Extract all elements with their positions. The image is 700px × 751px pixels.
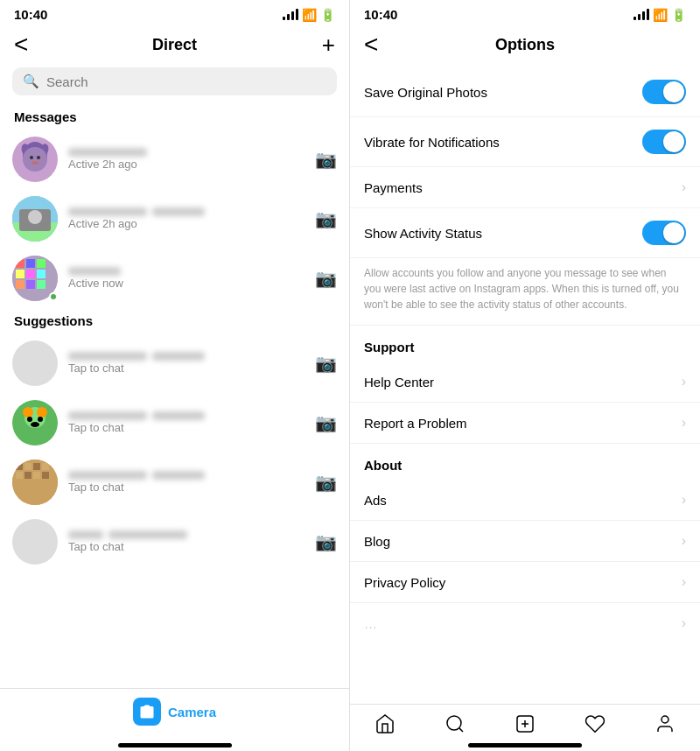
home-indicator-right bbox=[468, 743, 582, 747]
message-name bbox=[68, 411, 304, 420]
nav-likes[interactable] bbox=[584, 713, 606, 734]
avatar-wrap bbox=[12, 137, 58, 182]
camera-icon[interactable]: 📷 bbox=[315, 472, 337, 493]
svg-rect-16 bbox=[26, 270, 35, 278]
blurred-name bbox=[68, 530, 103, 539]
wifi-icon-right: 📶 bbox=[653, 8, 668, 22]
message-item[interactable]: Active now 📷 bbox=[0, 249, 349, 308]
add-nav-icon bbox=[514, 713, 536, 734]
option-blog[interactable]: Blog › bbox=[350, 521, 700, 562]
status-bar-left: 10:40 📶 🔋 bbox=[0, 0, 349, 25]
top-nav-left: < Direct + bbox=[0, 25, 349, 67]
options-list: Save Original Photos Vibrate for Notific… bbox=[350, 67, 700, 704]
suggestion-status: Tap to chat bbox=[68, 540, 304, 553]
nav-search[interactable] bbox=[444, 713, 466, 734]
chevron-right-icon: › bbox=[682, 374, 686, 390]
message-item[interactable]: Active 2h ago 📷 bbox=[0, 130, 349, 189]
svg-rect-17 bbox=[37, 270, 46, 278]
avatar bbox=[12, 519, 58, 565]
suggestion-item[interactable]: Tap to chat 📷 bbox=[0, 333, 349, 393]
blurred-name bbox=[68, 411, 147, 420]
camera-icon[interactable]: 📷 bbox=[315, 208, 337, 229]
svg-point-23 bbox=[23, 407, 33, 418]
right-panel: 10:40 📶 🔋 < Options Save Original Photos… bbox=[350, 0, 700, 751]
options-title: Options bbox=[495, 36, 555, 54]
option-label: Payments bbox=[364, 180, 423, 195]
camera-button[interactable]: Camera bbox=[133, 698, 216, 726]
option-report-problem[interactable]: Report a Problem › bbox=[350, 403, 700, 444]
avatar bbox=[12, 400, 58, 446]
camera-icon[interactable]: 📷 bbox=[315, 353, 337, 374]
add-button[interactable]: + bbox=[322, 32, 335, 59]
svg-rect-31 bbox=[33, 463, 40, 470]
time-left: 10:40 bbox=[14, 7, 47, 22]
bottom-nav bbox=[350, 704, 700, 738]
blurred-name-extra bbox=[152, 207, 205, 216]
message-info: Active 2h ago bbox=[68, 207, 304, 230]
option-label: Help Center bbox=[364, 375, 434, 390]
svg-point-4 bbox=[30, 156, 33, 159]
svg-rect-34 bbox=[24, 472, 32, 479]
svg-rect-12 bbox=[16, 259, 24, 268]
camera-icon[interactable]: 📷 bbox=[315, 412, 337, 433]
blurred-name-extra bbox=[108, 530, 187, 539]
option-vibrate[interactable]: Vibrate for Notifications bbox=[350, 117, 700, 167]
suggestion-item[interactable]: Tap to chat 📷 bbox=[0, 512, 349, 572]
about-section-header: About bbox=[350, 444, 700, 480]
blurred-name-extra bbox=[152, 352, 205, 361]
search-icon: 🔍 bbox=[23, 74, 39, 89]
option-activity-status[interactable]: Show Activity Status bbox=[350, 208, 700, 258]
option-payments[interactable]: Payments › bbox=[350, 167, 700, 208]
option-help-center[interactable]: Help Center › bbox=[350, 361, 700, 403]
option-extra[interactable]: … › bbox=[350, 603, 700, 643]
svg-rect-30 bbox=[24, 463, 32, 470]
option-ads[interactable]: Ads › bbox=[350, 480, 700, 521]
nav-add[interactable] bbox=[514, 713, 536, 734]
avatar-img bbox=[12, 196, 58, 242]
search-bar[interactable]: 🔍 bbox=[12, 67, 337, 95]
message-info: Tap to chat bbox=[68, 530, 304, 553]
message-info: Tap to chat bbox=[68, 411, 304, 434]
toggle-save-photos[interactable] bbox=[642, 80, 686, 104]
avatar bbox=[12, 196, 58, 242]
svg-point-6 bbox=[32, 161, 38, 165]
option-privacy-policy[interactable]: Privacy Policy › bbox=[350, 562, 700, 603]
suggestion-item[interactable]: Tap to chat 📷 bbox=[0, 393, 349, 453]
message-item[interactable]: Active 2h ago 📷 bbox=[0, 189, 349, 249]
svg-rect-36 bbox=[42, 472, 49, 479]
nav-home[interactable] bbox=[374, 713, 396, 734]
svg-rect-33 bbox=[16, 472, 23, 479]
toggle-activity-status[interactable] bbox=[642, 221, 686, 245]
avatar-wrap bbox=[12, 256, 58, 301]
back-button-right[interactable]: < bbox=[364, 31, 378, 59]
option-save-photos[interactable]: Save Original Photos bbox=[350, 67, 700, 117]
nav-profile[interactable] bbox=[654, 713, 676, 734]
chevron-right-icon: › bbox=[682, 492, 686, 508]
time-right: 10:40 bbox=[364, 7, 397, 22]
option-label: Report a Problem bbox=[364, 416, 467, 431]
blurred-name bbox=[68, 471, 147, 480]
left-panel: 10:40 📶 🔋 < Direct + 🔍 Messages bbox=[0, 0, 350, 751]
status-icons-left: 📶 🔋 bbox=[283, 8, 335, 22]
avatar bbox=[12, 460, 58, 505]
camera-icon[interactable]: 📷 bbox=[315, 149, 337, 170]
profile-icon bbox=[654, 713, 676, 734]
svg-rect-14 bbox=[37, 259, 46, 268]
chevron-right-icon: › bbox=[682, 415, 686, 431]
search-input[interactable] bbox=[46, 74, 326, 89]
svg-rect-13 bbox=[26, 259, 35, 268]
camera-icon[interactable]: 📷 bbox=[315, 268, 337, 289]
camera-icon[interactable]: 📷 bbox=[315, 531, 337, 552]
avatar bbox=[12, 340, 58, 386]
option-label: Blog bbox=[364, 534, 390, 549]
back-button-left[interactable]: < bbox=[14, 31, 28, 59]
home-indicator-left bbox=[118, 743, 232, 747]
suggestion-item[interactable]: Tap to chat 📷 bbox=[0, 453, 349, 512]
avatar-img bbox=[12, 137, 58, 182]
svg-rect-15 bbox=[16, 270, 24, 278]
toggle-vibrate[interactable] bbox=[642, 130, 686, 154]
blurred-name bbox=[68, 267, 121, 276]
svg-line-38 bbox=[459, 728, 463, 732]
svg-rect-32 bbox=[42, 463, 49, 470]
svg-point-27 bbox=[31, 422, 39, 427]
